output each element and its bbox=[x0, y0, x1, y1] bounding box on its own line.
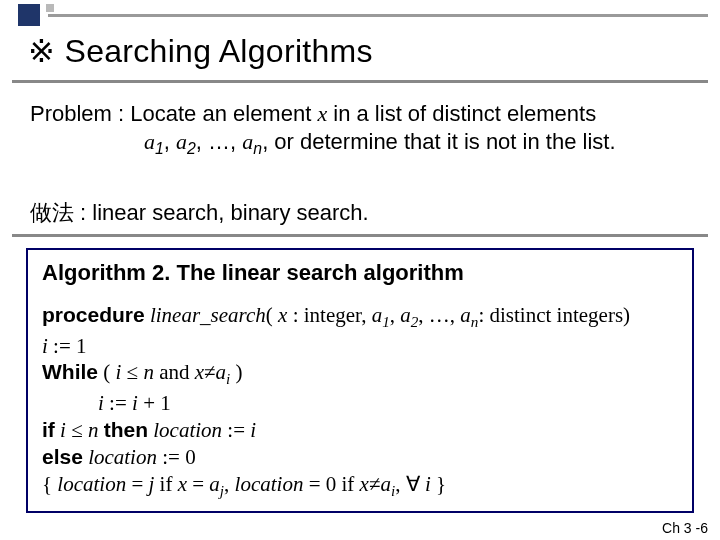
algo-step-line: i := i + 1 bbox=[98, 390, 678, 417]
comment-sep: , bbox=[224, 472, 235, 496]
problem-line2-tail: , or determine that it is not in the lis… bbox=[262, 129, 615, 154]
slide-title: ※ Searching Algorithms bbox=[28, 32, 373, 70]
loc-zero: := 0 bbox=[157, 445, 196, 469]
kw-else: else bbox=[42, 445, 83, 468]
algo-while-line: While ( i ≤ n and x≠ai ) bbox=[42, 359, 678, 390]
title-underline bbox=[12, 80, 708, 83]
init-val: := 1 bbox=[48, 334, 87, 358]
comment-close: } bbox=[431, 472, 446, 496]
loc-var-3: location bbox=[57, 472, 126, 496]
proc-sig-end: : distinct integers) bbox=[478, 303, 630, 327]
problem-line-2: a1, a2, …, an, or determine that it is n… bbox=[144, 128, 700, 159]
comment-neq: ≠ bbox=[369, 472, 381, 496]
kw-while: While bbox=[42, 360, 98, 383]
loc-var-4: location bbox=[235, 472, 304, 496]
section-divider bbox=[12, 234, 708, 237]
algo-comment-line: { location = j if x = aj, location = 0 i… bbox=[42, 471, 678, 502]
problem-line-1: Problem : Locate an element x in a list … bbox=[30, 100, 700, 128]
while-close: ) bbox=[230, 360, 242, 384]
while-open: ( bbox=[98, 360, 116, 384]
problem-prefix: Problem : Locate an element bbox=[30, 101, 317, 126]
algorithm-box: Algorithm 2. The linear search algorithm… bbox=[26, 248, 694, 513]
top-accent-bar bbox=[0, 0, 720, 22]
loc-assign-1: := bbox=[222, 418, 250, 442]
problem-statement: Problem : Locate an element x in a list … bbox=[30, 100, 700, 159]
while-and: and bbox=[154, 360, 195, 384]
page-footer: Ch 3 -6 bbox=[662, 520, 708, 536]
kw-then: then bbox=[104, 418, 148, 441]
kw-procedure: procedure bbox=[42, 303, 145, 326]
loc-var-1: location bbox=[153, 418, 222, 442]
accent-square-navy bbox=[18, 4, 40, 26]
loc-var-2: location bbox=[88, 445, 157, 469]
while-le: ≤ bbox=[121, 360, 143, 384]
algo-procedure-line: procedure linear_search( x : integer, a1… bbox=[42, 302, 678, 333]
algo-if-line: if i ≤ n then location := i bbox=[42, 417, 678, 444]
comment-if1: if bbox=[154, 472, 177, 496]
if-le: ≤ bbox=[66, 418, 88, 442]
step-plus: + 1 bbox=[138, 391, 171, 415]
algo-init-line: i := 1 bbox=[42, 333, 678, 360]
while-neq: ≠ bbox=[204, 360, 216, 384]
methods-line: 做法 : linear search, binary search. bbox=[30, 198, 369, 228]
comment-open: { bbox=[42, 472, 57, 496]
problem-x-var: x bbox=[317, 101, 327, 126]
kw-if: if bbox=[42, 418, 55, 441]
problem-suffix: in a list of distinct elements bbox=[327, 101, 596, 126]
comment-eq1: = bbox=[126, 472, 148, 496]
algorithm-body: procedure linear_search( x : integer, a1… bbox=[42, 302, 678, 501]
accent-horizontal-line bbox=[48, 14, 708, 17]
proc-name: linear_search bbox=[150, 303, 266, 327]
algorithm-title: Algorithm 2. The linear search algorithm bbox=[42, 260, 678, 286]
proc-sig-mid: : integer, bbox=[287, 303, 371, 327]
step-assign: := bbox=[104, 391, 132, 415]
algo-else-line: else location := 0 bbox=[42, 444, 678, 471]
forall-symbol: ∀ bbox=[406, 472, 420, 496]
accent-square-gray bbox=[46, 4, 54, 12]
